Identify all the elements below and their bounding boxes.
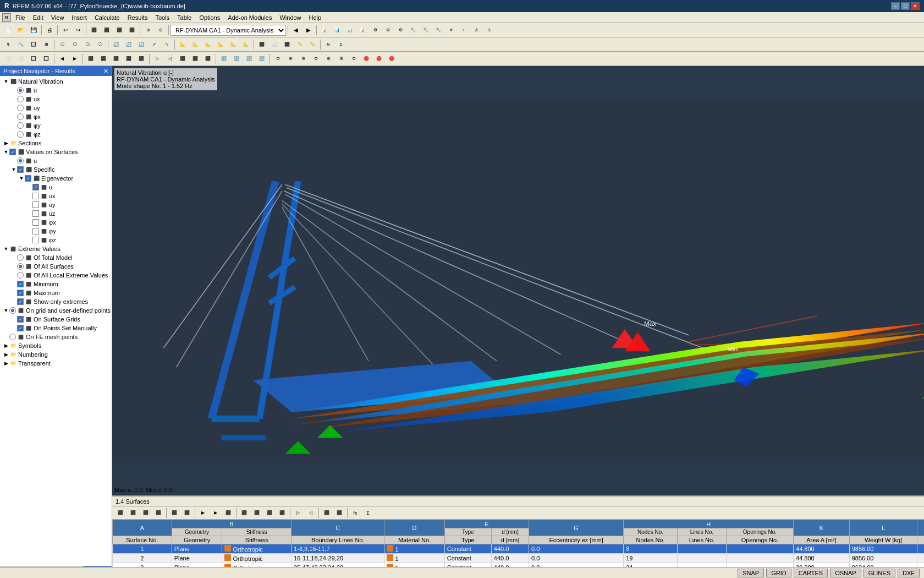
tb3-b13[interactable]: ◁ — [164, 53, 176, 65]
tb2-b20[interactable]: ⬛ — [256, 39, 268, 51]
tb3-b7[interactable]: ⬛ — [85, 53, 97, 65]
tree-item-sections[interactable]: ▶ 📁 Sections — [1, 139, 111, 148]
tb2-b24[interactable]: 📏 — [306, 39, 318, 51]
tb3-b12[interactable]: ▷ — [151, 53, 163, 65]
tb3-b15[interactable]: ⬛ — [189, 53, 201, 65]
tb3-b25[interactable]: ⚙ — [322, 53, 334, 65]
tree-item-phiy[interactable]: ⬛ φz — [1, 130, 111, 139]
tree-item-on-points-set[interactable]: ✓ ⬛ On Points Set Manually — [1, 324, 111, 332]
tree-item-symbols[interactable]: ▶ 📁 Symbols — [1, 341, 111, 350]
tree-item-eig-phiz[interactable]: ⬛ φz — [1, 236, 111, 244]
tbl-tb-b4[interactable]: ⬛ — [152, 507, 164, 519]
tree-item-values-on-surfaces[interactable]: ▼ ✓ ⬛ Values on Surfaces — [1, 148, 111, 156]
menu-view[interactable]: View — [48, 12, 68, 23]
tree-item-vos-u[interactable]: ⬛ u — [1, 156, 111, 165]
tb-c3[interactable]: 📊 — [344, 24, 356, 36]
tb2-b11[interactable]: 🔄 — [135, 39, 147, 51]
tree-item-uy[interactable]: ⬛ uy — [1, 103, 111, 112]
tb3-b16[interactable]: ⬛ — [202, 53, 214, 65]
tree-item-of-all-surfaces[interactable]: ⬛ Of All Surfaces — [1, 262, 111, 271]
tb2-b16[interactable]: 📐 — [202, 39, 214, 51]
tb3-b22[interactable]: ⚙ — [284, 53, 296, 65]
menu-calculate[interactable]: Calculate — [91, 12, 123, 23]
tb3-b29[interactable]: 🔴 — [373, 53, 385, 65]
maximize-btn[interactable]: □ — [901, 2, 910, 10]
app-menu-icon[interactable]: R — [2, 13, 11, 22]
tbl-tb-b15[interactable]: ◁ — [305, 507, 317, 519]
table-row[interactable]: 1PlaneOrthotropic1-6,9,16-11,71Constant4… — [113, 544, 924, 554]
tb-c4[interactable]: 📊 — [356, 24, 369, 36]
status-glines[interactable]: GLINES — [864, 569, 895, 577]
tb3-b27[interactable]: ⚙ — [348, 53, 360, 65]
status-snap[interactable]: SNAP — [738, 569, 764, 577]
close-btn[interactable]: ✕ — [911, 2, 920, 10]
tree-item-phix[interactable]: ⬛ φy — [1, 121, 111, 130]
tb2-b8[interactable]: ⬡ — [94, 39, 106, 51]
tb3-b23[interactable]: ⚙ — [297, 53, 309, 65]
tb2-b13[interactable]: ⤡ — [161, 39, 173, 51]
tree-item-eig-uz[interactable]: ⬛ uz — [1, 209, 111, 218]
menu-results[interactable]: Results — [124, 12, 151, 23]
3d-viewport[interactable]: Natural Vibration u [-] RF-DYNAM CA1 - D… — [112, 66, 924, 495]
tb-b6[interactable]: ⊕ — [155, 24, 167, 36]
tb-undo[interactable]: ↩ — [59, 24, 72, 36]
tb-c9[interactable]: 🔧 — [420, 24, 432, 36]
tree-item-of-total-model[interactable]: ⬛ Of Total Model — [1, 253, 111, 262]
tbl-tb-b13[interactable]: ⬛ — [276, 507, 288, 519]
tb3-b21[interactable]: ⚙ — [272, 53, 284, 65]
tb-nav-back[interactable]: ◀ — [290, 24, 302, 36]
tb2-b19[interactable]: 📐 — [240, 39, 252, 51]
minimize-btn[interactable]: − — [891, 2, 900, 10]
tbl-tb-b7[interactable]: ▶ — [197, 507, 209, 519]
tbl-tb-b12[interactable]: ⬛ — [263, 507, 276, 519]
tb2-b10[interactable]: 🔄 — [123, 39, 135, 51]
tb-print[interactable]: 🖨 — [43, 24, 56, 36]
tb2-b14[interactable]: 📐 — [177, 39, 189, 51]
tree-item-show-only-extremes[interactable]: ✓ ⬛ Show only extremes — [1, 297, 111, 306]
tbl-tb-b8[interactable]: ▶ — [210, 507, 222, 519]
tb-b4[interactable]: ⬛ — [126, 24, 138, 36]
menu-options[interactable]: Options — [196, 12, 223, 23]
tree-item-maximum[interactable]: ✓ ⬛ Maximum — [1, 288, 111, 297]
tb3-b30[interactable]: 🔴 — [386, 53, 398, 65]
tbl-tb-b16[interactable]: ⬛ — [321, 507, 333, 519]
tb2-b21[interactable]: ⬜ — [268, 39, 280, 51]
tbl-tb-b6[interactable]: ⬛ — [181, 507, 193, 519]
tb2-fx2[interactable]: Σ — [335, 39, 347, 51]
menu-addons[interactable]: Add-on Modules — [224, 12, 275, 23]
table-row[interactable]: 2PlaneOrthotropic16-11,18,24-29,201Const… — [113, 554, 924, 563]
tb-c6[interactable]: ⚙ — [382, 24, 394, 36]
status-dxf[interactable]: DXF — [898, 569, 920, 577]
tb2-b9[interactable]: 🔄 — [110, 39, 122, 51]
tb-c5[interactable]: ⚙ — [369, 24, 381, 36]
tb2-formula[interactable]: fx — [322, 39, 334, 51]
tbl-tb-b11[interactable]: ⬛ — [251, 507, 263, 519]
tb3-b26[interactable]: ⚙ — [335, 53, 347, 65]
tree-item-minimum[interactable]: ✓ ⬛ Minimum — [1, 280, 111, 288]
tb3-b9[interactable]: ⬛ — [110, 53, 122, 65]
tb3-b24[interactable]: ⚙ — [310, 53, 322, 65]
tbl-tb-fx2[interactable]: Σ — [362, 507, 374, 519]
menu-insert[interactable]: Insert — [68, 12, 90, 23]
tbl-tb-b17[interactable]: ⬛ — [333, 507, 345, 519]
tb2-b22[interactable]: ⬛ — [281, 39, 293, 51]
tb-open[interactable]: 📂 — [15, 24, 27, 36]
menu-table[interactable]: Table — [174, 12, 195, 23]
tb3-b19[interactable]: 🔢 — [243, 53, 255, 65]
tb-new[interactable]: 📄 — [2, 24, 14, 36]
tree-item-on-grid[interactable]: ▼ ⬛ On grid and user-defined points — [1, 306, 111, 315]
tree-item-extreme-values[interactable]: ▼ ⬛ Extreme Values — [1, 244, 111, 253]
tbl-tb-b9[interactable]: ⬛ — [222, 507, 234, 519]
status-cartes[interactable]: CARTES — [794, 569, 828, 577]
tb2-b18[interactable]: 📐 — [227, 39, 239, 51]
tb-save[interactable]: 💾 — [28, 24, 40, 36]
tb-c8[interactable]: 🔧 — [407, 24, 419, 36]
nav-close-icon[interactable]: ✕ — [103, 68, 108, 75]
tb2-b7[interactable]: ⬡ — [81, 39, 94, 51]
tree-item-eigenvector[interactable]: ▼ ✓ ⬛ Eigenvector — [1, 174, 111, 183]
tree-item-transparent[interactable]: ▶ 📁 Transparent — [1, 359, 111, 368]
tb-c10[interactable]: 🔧 — [432, 24, 444, 36]
tb3-b18[interactable]: 🔢 — [230, 53, 243, 65]
tb2-b1[interactable]: 🖱 — [2, 39, 14, 51]
tb-c11[interactable]: ✕ — [445, 24, 457, 36]
